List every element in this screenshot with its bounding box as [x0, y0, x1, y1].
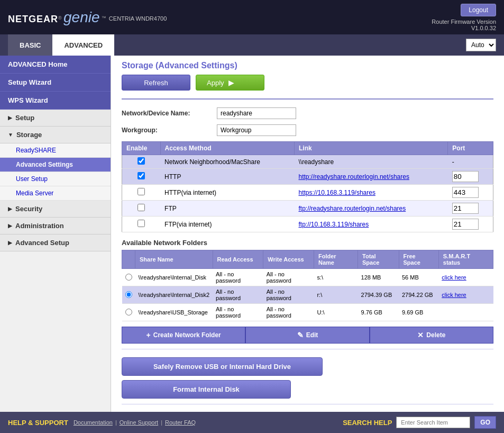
folder-free-cell: 56 MB [399, 269, 438, 286]
folders-col-select [122, 250, 135, 269]
folder-write-cell: All - no password [263, 286, 314, 304]
folders-table-row: \\readyshare\Internal_Disk2 All - no pas… [122, 286, 493, 304]
folders-table-row: \\readyshare\Internal_Disk All - no pass… [122, 269, 493, 286]
access-port-cell: - [448, 155, 493, 169]
storage-arrow-icon: ▼ [8, 132, 13, 138]
smart-link[interactable]: click here [442, 274, 466, 281]
sidebar-item-readyshare[interactable]: ReadySHARE [0, 143, 111, 158]
port-input[interactable] [452, 219, 479, 230]
access-link[interactable]: http://readyshare.routerlogin.net/shares [298, 173, 409, 181]
folder-share-cell: \\readyshare\USB_Storage [135, 304, 213, 321]
setup-arrow-icon: ▶ [8, 115, 12, 121]
access-link[interactable]: ftp://10.168.3.119/shares [298, 221, 369, 228]
delete-button[interactable]: ✕ Delete [370, 327, 493, 344]
storage-group-label: Storage [16, 131, 42, 139]
access-method-cell: HTTP(via internet) [160, 185, 294, 201]
format-disk-button[interactable]: Format Internal Disk [122, 380, 291, 399]
auto-select-dropdown[interactable]: Auto [466, 39, 496, 51]
online-support-link[interactable]: Online Support [120, 419, 158, 426]
content-area: Storage (Advanced Settings) Refresh Appl… [111, 56, 504, 412]
device-info: CENTRIA WNDR4700 [109, 15, 167, 22]
access-enable-checkbox[interactable] [138, 188, 145, 195]
access-port-cell [448, 169, 493, 185]
access-link-cell: ftp://readyshare.routerlogin.net/shares [294, 201, 447, 216]
folders-table-row: \\readyshare\USB_Storage All - no passwo… [122, 304, 493, 321]
folder-free-cell: 9.69 GB [399, 304, 438, 321]
folder-action-bar: + Create Network Folder ✎ Edit ✕ Delete [122, 327, 493, 344]
folders-col-share: Share Name [135, 250, 213, 269]
smart-link[interactable]: click here [442, 292, 466, 298]
access-link[interactable]: https://10.168.3.119/shares [298, 189, 375, 196]
security-arrow-icon: ▶ [8, 206, 12, 212]
sidebar-item-media-server[interactable]: Media Server [0, 186, 111, 201]
search-help-label: SEARCH HELP [343, 419, 392, 427]
access-link-cell: \\readyshare [294, 155, 447, 169]
network-device-name-label: Network/Device Name: [122, 110, 217, 117]
sidebar-item-user-setup[interactable]: User Setup [0, 172, 111, 186]
sidebar-group-security[interactable]: ▶ Security [0, 201, 111, 218]
footer: HELP & SUPPORT Documentation | Online Su… [0, 412, 504, 433]
folders-section-title: Available Network Folders [122, 239, 493, 247]
network-device-name-input[interactable] [217, 107, 296, 119]
security-group-label: Security [15, 205, 42, 213]
access-enable-checkbox[interactable] [138, 204, 145, 211]
create-icon: + [146, 331, 151, 339]
sidebar-group-storage[interactable]: ▼ Storage [0, 127, 111, 143]
edit-icon: ✎ [297, 331, 304, 339]
folder-write-cell: All - no password [263, 269, 314, 286]
footer-links: Documentation | Online Support | Router … [74, 419, 196, 426]
safely-remove-button[interactable]: Safely Remove USB or Internal Hard Drive [122, 357, 323, 376]
folder-share-cell: \\readyshare\Internal_Disk [135, 269, 213, 286]
refresh-button[interactable]: Refresh [122, 75, 190, 91]
header-right: Logout Router Firmware Version V1.0.0.32 [432, 4, 496, 31]
folders-col-write: Write Access [263, 250, 314, 269]
admin-group-label: Administration [15, 222, 64, 230]
access-enable-checkbox[interactable] [138, 172, 145, 179]
access-port-cell [448, 216, 493, 232]
logout-button[interactable]: Logout [461, 4, 496, 16]
tab-basic[interactable]: BASIC [8, 34, 52, 56]
access-link[interactable]: ftp://readyshare.routerlogin.net/shares [298, 205, 406, 212]
router-faq-link[interactable]: Router FAQ [165, 419, 196, 426]
main-layout: ADVANCED Home Setup Wizard WPS Wizard ▶ … [0, 56, 504, 412]
workgroup-input[interactable] [217, 124, 296, 136]
sidebar-btn-wps-wizard[interactable]: WPS Wizard [0, 92, 111, 110]
folder-smart-cell: click here [438, 269, 493, 286]
bottom-divider [122, 404, 493, 404]
access-enable-checkbox[interactable] [138, 157, 145, 165]
access-enable-checkbox[interactable] [138, 220, 145, 227]
port-input[interactable] [452, 171, 479, 182]
tab-advanced[interactable]: ADVANCED [52, 34, 114, 56]
port-input[interactable] [452, 187, 479, 198]
go-button[interactable]: GO [474, 416, 496, 429]
create-network-folder-button[interactable]: + Create Network Folder [122, 327, 245, 344]
col-port: Port [448, 142, 493, 155]
sidebar-btn-setup-wizard[interactable]: Setup Wizard [0, 74, 111, 92]
sidebar-group-advanced-setup[interactable]: ▶ Advanced Setup [0, 234, 111, 251]
sidebar-group-setup[interactable]: ▶ Setup [0, 110, 111, 127]
header: NETGEAR® genie ™ CENTRIA WNDR4700 Logout… [0, 0, 504, 34]
folder-read-cell: All - no password [213, 269, 263, 286]
sidebar-item-advanced-settings[interactable]: Advanced Settings [0, 158, 111, 172]
access-link-cell: ftp://10.168.3.119/shares [294, 216, 447, 232]
folder-total-cell: 2794.39 GB [358, 286, 399, 304]
documentation-link[interactable]: Documentation [74, 419, 113, 426]
apply-button[interactable]: Apply ▶ [196, 75, 264, 91]
genie-tm: ™ [102, 15, 106, 21]
port-input[interactable] [452, 203, 479, 214]
folder-radio[interactable] [125, 309, 132, 315]
folder-share-cell: \\readyshare\Internal_Disk2 [135, 286, 213, 304]
sidebar-group-administration[interactable]: ▶ Administration [0, 218, 111, 234]
folder-radio[interactable] [125, 291, 132, 298]
edit-button[interactable]: ✎ Edit [245, 327, 369, 344]
access-method-cell: FTP(via internet) [160, 216, 294, 232]
access-table-row: FTP(via internet) ftp://10.168.3.119/sha… [122, 216, 493, 232]
folder-read-cell: All - no password [213, 286, 263, 304]
workgroup-row: Workgroup: [122, 124, 493, 136]
genie-logo: genie [63, 9, 100, 25]
folders-col-free: Free Space [399, 250, 438, 269]
folder-radio[interactable] [125, 274, 132, 281]
search-input[interactable] [396, 417, 470, 428]
folders-col-read: Read Access [213, 250, 263, 269]
sidebar-btn-advanced-home[interactable]: ADVANCED Home [0, 56, 111, 74]
